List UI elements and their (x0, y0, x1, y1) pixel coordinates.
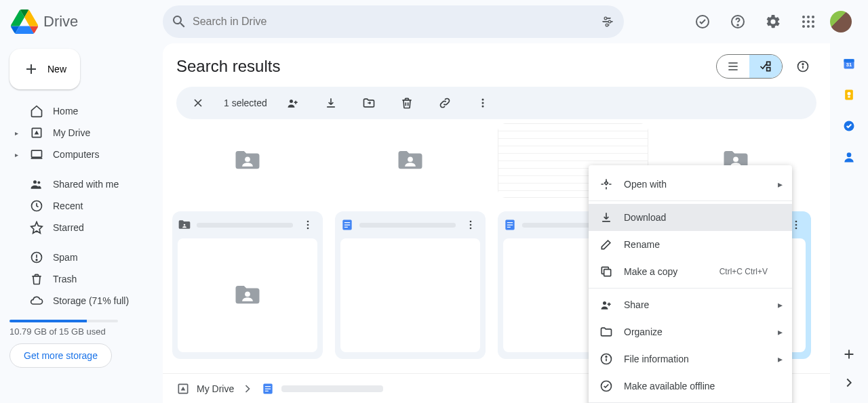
path-root[interactable]: My Drive (197, 383, 234, 394)
submenu-arrow-icon: ▸ (778, 179, 783, 190)
delete-button[interactable] (395, 91, 419, 115)
ctx-download[interactable]: Download (589, 204, 792, 231)
clear-selection-button[interactable] (186, 91, 210, 115)
svg-point-45 (795, 228, 797, 230)
ctx-file-info[interactable]: File information▸ (589, 345, 792, 373)
trash-icon (30, 272, 43, 286)
path-file-placeholder[interactable] (281, 385, 383, 392)
svg-point-33 (184, 224, 186, 226)
ready-offline-icon[interactable] (689, 8, 716, 35)
svg-point-21 (36, 259, 37, 261)
card-menu-button[interactable] (461, 215, 480, 234)
svg-point-12 (802, 25, 805, 28)
ctx-organize[interactable]: Organize▸ (589, 318, 792, 345)
svg-point-6 (802, 16, 805, 18)
docs-icon (261, 382, 275, 396)
svg-point-31 (408, 156, 413, 162)
shared-folder-icon (230, 146, 265, 175)
svg-rect-23 (767, 68, 770, 71)
sidebar-item-shared[interactable]: Shared with me (9, 173, 152, 195)
tasks-app-icon[interactable] (841, 118, 857, 134)
svg-point-13 (807, 25, 810, 28)
ctx-share[interactable]: Share▸ (589, 291, 792, 318)
search-input[interactable] (187, 16, 599, 28)
selection-toolbar: 1 selected (176, 87, 816, 119)
svg-point-18 (37, 182, 40, 184)
svg-point-9 (802, 20, 805, 23)
sidebar-item-home[interactable]: Home (9, 100, 152, 122)
search-options-icon[interactable] (599, 14, 616, 30)
calendar-app-icon[interactable]: 31 (841, 56, 857, 72)
new-button[interactable]: New (9, 49, 80, 89)
page-title: Search results (176, 57, 280, 76)
list-view-button[interactable] (717, 55, 749, 78)
sidebar-item-my-drive[interactable]: ▸My Drive (9, 122, 152, 144)
sidebar-item-computers[interactable]: ▸Computers (9, 144, 152, 165)
shared-icon (30, 177, 43, 191)
move-button[interactable] (357, 91, 381, 115)
submenu-arrow-icon: ▸ (778, 326, 783, 337)
svg-point-35 (307, 224, 309, 226)
grid-view-button[interactable] (749, 55, 782, 78)
sidebar-item-trash[interactable]: Trash (9, 268, 152, 290)
logo-area[interactable]: Drive (11, 8, 163, 35)
shared-folder-icon (393, 146, 428, 175)
layout-switch (716, 54, 783, 79)
cloud-icon (30, 294, 43, 307)
svg-point-34 (307, 221, 309, 223)
sidebar-item-storage[interactable]: Storage (71% full) (9, 290, 152, 312)
keep-app-icon[interactable] (841, 87, 857, 103)
svg-rect-22 (767, 62, 770, 65)
svg-point-39 (470, 221, 472, 223)
svg-point-30 (245, 156, 250, 162)
contacts-app-icon[interactable] (841, 149, 857, 165)
svg-point-29 (481, 106, 484, 108)
share-button[interactable] (281, 91, 305, 115)
copy-link-button[interactable] (433, 91, 457, 115)
svg-point-11 (812, 20, 814, 23)
open-with-icon (599, 177, 613, 191)
card-menu-button[interactable] (298, 215, 317, 234)
support-icon[interactable] (724, 8, 751, 35)
ctx-make-copy-shortcut: Ctrl+C Ctrl+V (719, 267, 768, 276)
recent-icon (30, 199, 43, 213)
svg-point-5 (737, 24, 738, 26)
hide-side-panel-button[interactable] (841, 375, 857, 391)
svg-point-10 (807, 20, 810, 23)
account-avatar[interactable] (830, 11, 852, 33)
file-card[interactable] (335, 211, 486, 359)
get-addons-button[interactable] (841, 346, 857, 362)
sidebar-item-spam[interactable]: Spam (9, 247, 152, 268)
file-title-placeholder (197, 223, 293, 228)
file-card[interactable] (172, 211, 323, 359)
file-card[interactable] (335, 123, 486, 198)
ctx-rename[interactable]: Rename (589, 231, 792, 258)
organize-icon (599, 325, 613, 339)
rename-icon (599, 238, 613, 251)
svg-rect-58 (848, 96, 850, 98)
svg-point-49 (603, 301, 606, 305)
sidebar-item-recent[interactable]: Recent (9, 195, 152, 217)
ctx-open-with[interactable]: Open with▸ (589, 171, 792, 198)
file-title-placeholder (359, 223, 456, 228)
svg-rect-48 (604, 270, 611, 276)
svg-point-17 (33, 180, 37, 184)
selection-count: 1 selected (224, 98, 267, 108)
get-more-storage-button[interactable]: Get more storage (9, 343, 112, 368)
my-drive-icon (176, 382, 190, 396)
file-card[interactable] (172, 123, 323, 198)
search-bar[interactable] (163, 5, 624, 38)
details-pane-icon[interactable] (789, 53, 816, 80)
download-icon (599, 211, 613, 224)
settings-icon[interactable] (760, 8, 787, 35)
more-actions-button[interactable] (471, 91, 495, 115)
ctx-offline[interactable]: Make available offline (589, 373, 792, 400)
sidebar-item-starred[interactable]: Starred (9, 217, 152, 238)
download-button[interactable] (319, 91, 343, 115)
star-icon (30, 221, 43, 234)
computers-icon (30, 148, 43, 161)
apps-icon[interactable] (795, 8, 822, 35)
ctx-make-copy[interactable]: Make a copyCtrl+C Ctrl+V (589, 258, 792, 285)
chevron-right-icon (241, 382, 254, 396)
svg-point-36 (307, 228, 309, 230)
